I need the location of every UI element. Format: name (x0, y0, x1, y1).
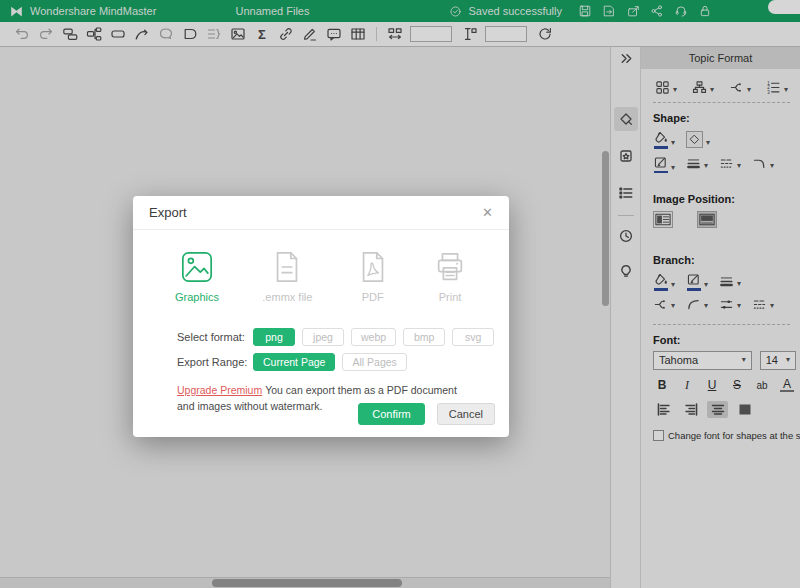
range-current-page-button[interactable]: Current Page (253, 353, 335, 371)
close-icon[interactable]: ✕ (482, 205, 493, 220)
format-webp-button[interactable]: webp (351, 328, 396, 346)
export-range-label: Export Range: (177, 356, 253, 368)
select-format-label: Select format: (177, 331, 253, 343)
confirm-button[interactable]: Confirm (358, 403, 425, 425)
export-option-emmx[interactable]: .emmx file (262, 250, 312, 303)
format-bmp-button[interactable]: bmp (403, 328, 445, 346)
export-option-label: Graphics (175, 291, 219, 303)
format-png-button[interactable]: png (253, 328, 295, 346)
export-option-print[interactable]: Print (433, 250, 467, 303)
dialog-title: Export (149, 205, 187, 220)
export-dialog: Export ✕ Graphics .emmx file PDF Print S… (133, 196, 509, 437)
emmx-file-icon (270, 250, 304, 284)
export-option-label: Print (439, 291, 462, 303)
export-option-graphics[interactable]: Graphics (175, 250, 219, 303)
format-jpeg-button[interactable]: jpeg (302, 328, 344, 346)
range-all-pages-button[interactable]: All Pages (342, 353, 406, 371)
export-option-label: PDF (362, 291, 384, 303)
cancel-button[interactable]: Cancel (437, 403, 495, 425)
graphics-icon (180, 250, 214, 284)
format-svg-button[interactable]: svg (452, 328, 494, 346)
upgrade-premium-link[interactable]: Upgrade Premium (177, 384, 262, 396)
print-icon (433, 250, 467, 284)
export-option-label: .emmx file (262, 291, 312, 303)
export-option-pdf[interactable]: PDF (356, 250, 390, 303)
pdf-file-icon (356, 250, 390, 284)
